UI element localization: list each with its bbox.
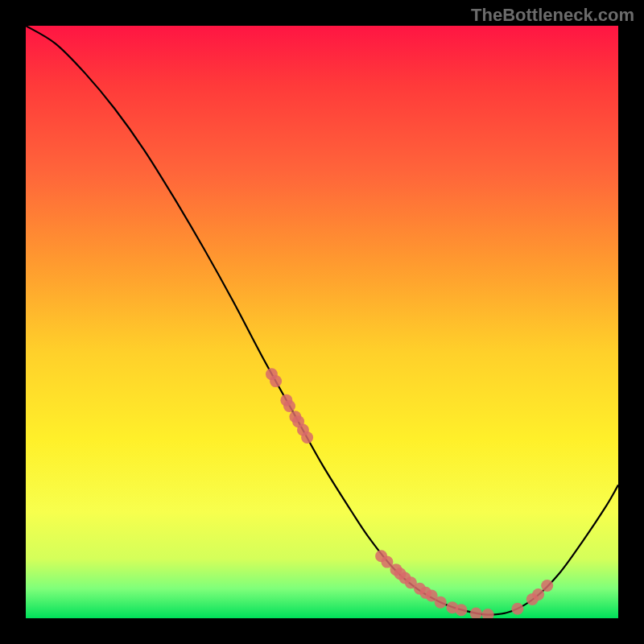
scatter-point: [532, 588, 544, 601]
scatter-point: [470, 608, 482, 618]
scatter-point: [270, 375, 282, 387]
scatter-point: [435, 597, 447, 609]
scatter-point: [283, 400, 295, 412]
scatter-point: [455, 604, 467, 616]
scatter-point: [511, 603, 523, 615]
chart-area: [26, 26, 618, 618]
scatter-points: [266, 368, 553, 618]
scatter-point: [301, 431, 313, 444]
scatter-point: [541, 580, 553, 592]
bottleneck-curve: [26, 26, 618, 615]
scatter-point: [482, 609, 494, 618]
watermark-text: TheBottleneck.com: [471, 5, 634, 26]
chart-overlay: [26, 26, 618, 618]
